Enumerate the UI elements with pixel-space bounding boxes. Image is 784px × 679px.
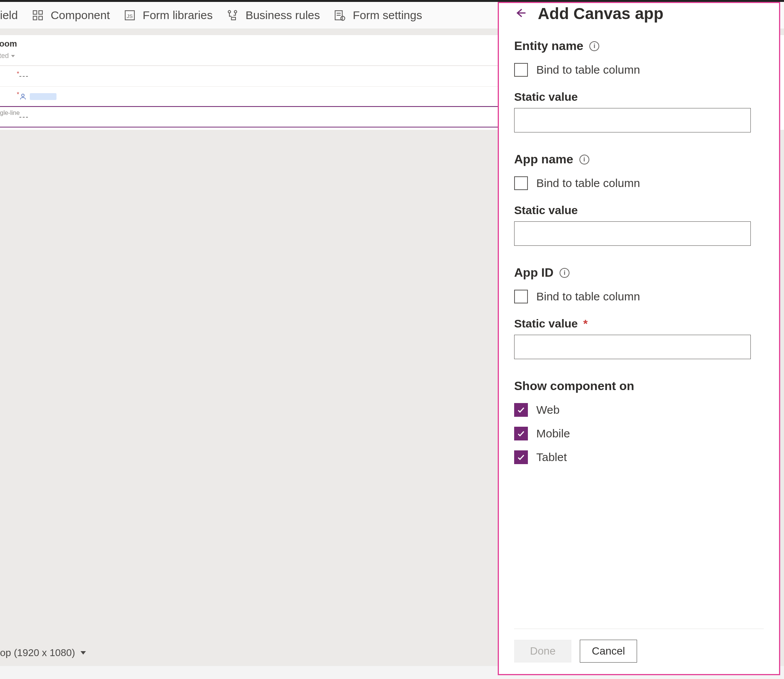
svg-point-12: [341, 16, 345, 21]
entity-name-static-input[interactable]: [514, 108, 751, 132]
add-field-label: ield: [0, 9, 18, 22]
entity-name-label: Entity name i: [514, 39, 764, 53]
svg-rect-0: [33, 11, 37, 14]
show-on-mobile-checkbox[interactable]: [514, 427, 528, 440]
form-settings-label: Form settings: [353, 9, 422, 22]
svg-rect-8: [232, 17, 236, 20]
panel-body: Entity name i Bind to table column Stati…: [514, 23, 764, 629]
add-canvas-app-panel: Add Canvas app Entity name i Bind to tab…: [498, 2, 780, 675]
app-name-static-label: Static value: [514, 204, 764, 217]
show-on-tablet-row: Tablet: [514, 450, 764, 464]
info-icon[interactable]: i: [560, 268, 569, 278]
show-on-web-label: Web: [536, 403, 560, 416]
info-icon[interactable]: i: [579, 155, 589, 165]
add-component-label: Component: [51, 9, 110, 22]
back-button[interactable]: [514, 6, 527, 21]
entity-name-bind-row: Bind to table column: [514, 63, 764, 77]
field-label-partial: gle-line: [0, 110, 20, 116]
component-icon: [32, 9, 44, 21]
show-on-tablet-checkbox[interactable]: [514, 450, 528, 464]
app-id-bind-checkbox[interactable]: [514, 290, 528, 303]
done-button-label: Done: [530, 645, 556, 657]
app-id-bind-row: Bind to table column: [514, 290, 764, 303]
entity-name-bind-label: Bind to table column: [536, 63, 640, 76]
app-id-static-label: Static value *: [514, 317, 764, 330]
show-on-tablet-label: Tablet: [536, 451, 567, 464]
resolution-picker[interactable]: op (1920 x 1080): [0, 647, 86, 659]
person-icon: [19, 93, 27, 100]
required-asterisk: *: [17, 71, 19, 77]
form-section-subtext-label: ted: [0, 52, 9, 60]
done-button[interactable]: Done: [514, 640, 571, 663]
add-field-button[interactable]: ield: [0, 9, 18, 22]
form-libraries-label: Form libraries: [143, 9, 213, 22]
show-on-mobile-row: Mobile: [514, 427, 764, 440]
resolution-label: op (1920 x 1080): [0, 647, 75, 659]
show-on-web-checkbox[interactable]: [514, 403, 528, 417]
app-name-static-input[interactable]: [514, 221, 751, 246]
svg-text:JS: JS: [127, 13, 133, 19]
show-on-mobile-label: Mobile: [536, 427, 570, 440]
app-id-bind-label: Bind to table column: [536, 290, 640, 303]
show-on-web-row: Web: [514, 403, 764, 417]
app-id-static-input[interactable]: [514, 335, 751, 359]
cancel-button-label: Cancel: [592, 645, 625, 657]
business-rules-label: Business rules: [245, 9, 320, 22]
app-name-label: App name i: [514, 152, 764, 166]
app-name-bind-label: Bind to table column: [536, 177, 640, 190]
flow-icon: [226, 9, 239, 21]
form-settings-button[interactable]: Form settings: [334, 9, 422, 22]
form-settings-icon: [334, 9, 346, 21]
app-id-static-label-text: Static value: [514, 317, 578, 330]
panel-header: Add Canvas app: [514, 3, 764, 23]
entity-name-static-label: Static value: [514, 90, 764, 103]
check-icon: [517, 406, 525, 414]
app-name-text: App name: [514, 152, 573, 166]
add-component-button[interactable]: Component: [32, 9, 110, 22]
entity-name-text: Entity name: [514, 39, 583, 53]
arrow-left-icon: [514, 6, 527, 19]
show-component-on-text: Show component on: [514, 379, 634, 393]
required-asterisk: *: [17, 91, 19, 98]
app-name-bind-checkbox[interactable]: [514, 176, 528, 190]
owner-value-redacted: [30, 93, 56, 100]
check-icon: [517, 429, 525, 438]
business-rules-button[interactable]: Business rules: [226, 9, 320, 22]
js-icon: JS: [124, 9, 136, 21]
svg-rect-2: [33, 16, 37, 20]
svg-rect-1: [39, 11, 42, 14]
app-name-bind-row: Bind to table column: [514, 176, 764, 190]
app-id-text: App ID: [514, 266, 553, 280]
chevron-down-icon: [81, 651, 86, 655]
panel-footer: Done Cancel: [514, 629, 764, 674]
app-id-label: App ID i: [514, 266, 764, 280]
form-libraries-button[interactable]: JS Form libraries: [124, 9, 213, 22]
svg-point-7: [234, 10, 237, 13]
entity-name-bind-checkbox[interactable]: [514, 63, 528, 77]
panel-title: Add Canvas app: [538, 5, 663, 23]
svg-rect-3: [39, 16, 42, 20]
field-placeholder: ---: [19, 72, 29, 81]
svg-point-13: [22, 94, 24, 97]
chevron-down-icon[interactable]: [11, 55, 15, 57]
cancel-button[interactable]: Cancel: [580, 640, 637, 663]
check-icon: [517, 453, 525, 461]
show-component-on-label: Show component on: [514, 379, 764, 393]
svg-point-6: [228, 10, 231, 13]
required-asterisk: *: [583, 317, 588, 330]
field-placeholder: ---: [19, 113, 29, 121]
info-icon[interactable]: i: [589, 41, 599, 51]
